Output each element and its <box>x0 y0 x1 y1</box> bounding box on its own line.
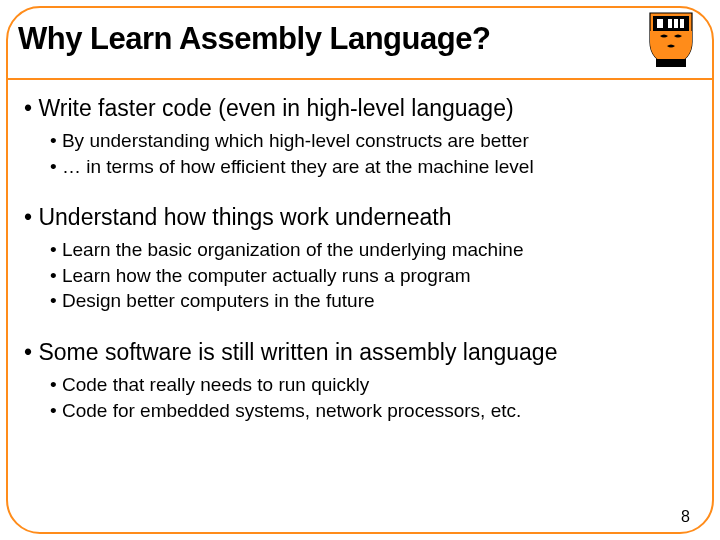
bullet-sub: • Learn the basic organization of the un… <box>50 237 696 263</box>
bullet-sub: • Learn how the computer actually runs a… <box>50 263 696 289</box>
bullet-sub: • Code for embedded systems, network pro… <box>50 398 696 424</box>
bullet-sub: • Code that really needs to run quickly <box>50 372 696 398</box>
bullet-sub: • Design better computers in the future <box>50 288 696 314</box>
svg-rect-1 <box>657 19 663 28</box>
princeton-shield-icon <box>646 10 696 68</box>
bullet-main: • Understand how things work underneath <box>24 203 696 233</box>
bullet-sub: • … in terms of how efficient they are a… <box>50 154 696 180</box>
slide-content: • Write faster code (even in high-level … <box>24 94 696 423</box>
svg-rect-2 <box>656 59 686 67</box>
bullet-main: • Write faster code (even in high-level … <box>24 94 696 124</box>
slide-header: Why Learn Assembly Language? <box>18 10 702 68</box>
slide-title: Why Learn Assembly Language? <box>18 21 490 57</box>
page-number: 8 <box>681 508 690 526</box>
header-divider <box>7 78 713 80</box>
bullet-sub: • By understanding which high-level cons… <box>50 128 696 154</box>
bullet-main: • Some software is still written in asse… <box>24 338 696 368</box>
